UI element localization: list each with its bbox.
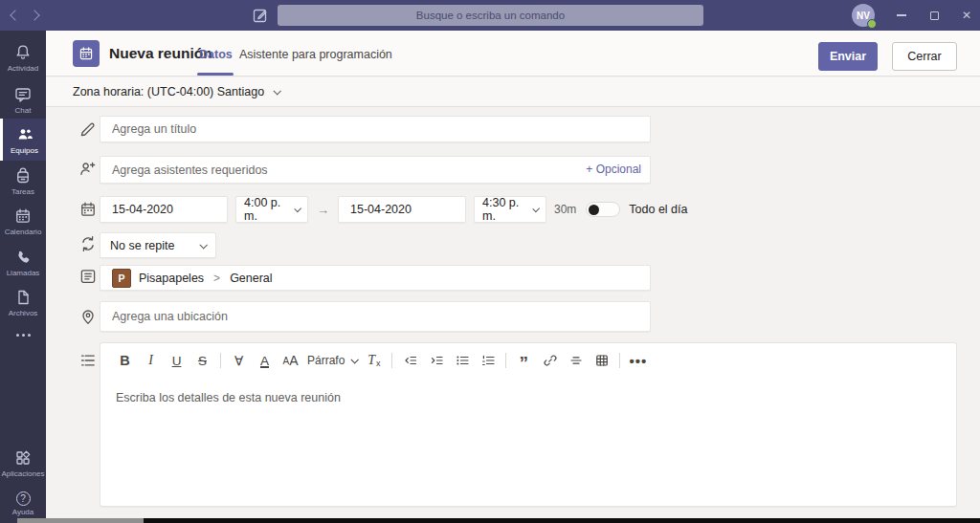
phone-icon: [13, 248, 33, 267]
channel-name: General: [230, 272, 272, 285]
outdent-button[interactable]: [397, 347, 423, 374]
start-date-field[interactable]: 15-04-2020: [100, 196, 228, 223]
avatar[interactable]: NV: [852, 4, 875, 27]
meeting-calendar-icon: [73, 40, 100, 67]
team-name: Pisapapeles: [139, 272, 204, 285]
indent-button[interactable]: [423, 347, 449, 374]
quote-button[interactable]: ”: [511, 347, 537, 374]
sidebar-item-archivos[interactable]: Archivos: [0, 281, 46, 323]
team-avatar: P: [112, 269, 131, 288]
sidebar-item-label: Archivos: [9, 309, 38, 317]
sidebar-item-tareas[interactable]: Tareas: [0, 160, 46, 202]
close-button[interactable]: Cerrar: [892, 42, 957, 71]
toolbar-divider: [391, 353, 392, 368]
chevron-down-icon: [294, 205, 301, 212]
insert-table-button[interactable]: [589, 347, 614, 374]
sidebar-item-label: Calendario: [5, 228, 42, 236]
sidebar-item-llamadas[interactable]: Llamadas: [0, 241, 46, 283]
channel-field[interactable]: P Pisapapeles > General: [100, 265, 651, 291]
toolbar-divider: [619, 353, 620, 368]
horizontal-rule-icon: [568, 353, 584, 368]
apps-icon: [13, 448, 33, 468]
meeting-header: Nueva reunión Datos Asistente para progr…: [46, 31, 980, 76]
forward-icon[interactable]: [29, 10, 39, 20]
end-time-value: 4:30 p. m.: [482, 196, 523, 223]
sidebar-item-aplicaciones[interactable]: Aplicaciones: [0, 442, 46, 484]
channel-icon: [78, 267, 98, 286]
new-chat-icon[interactable]: [251, 6, 270, 29]
back-icon[interactable]: [10, 10, 20, 20]
all-day-toggle[interactable]: [586, 202, 620, 217]
minimize-button[interactable]: [888, 0, 915, 31]
underline-button[interactable]: U: [164, 347, 189, 374]
teams-icon: [15, 125, 34, 144]
sidebar-item-equipos[interactable]: Equipos: [0, 119, 46, 161]
indent-icon: [429, 353, 444, 368]
end-date-field[interactable]: 15-04-2020: [338, 196, 466, 223]
page-title: Nueva reunión: [109, 45, 212, 62]
bullet-list-button[interactable]: [449, 347, 475, 374]
link-icon: [543, 353, 558, 368]
clear-format-button[interactable]: Tx: [361, 347, 387, 374]
strikethrough-button[interactable]: S: [189, 347, 215, 374]
sidebar-item-label: Ayuda: [12, 508, 34, 516]
sidebar-item-label: Aplicaciones: [2, 469, 45, 478]
sidebar-item-label: Llamadas: [7, 269, 40, 277]
files-icon: [13, 288, 33, 307]
add-optional-attendees-link[interactable]: + Opcional: [586, 163, 641, 176]
sidebar-item-more[interactable]: [0, 323, 46, 346]
start-time-dropdown[interactable]: 4:00 p. m.: [235, 196, 308, 223]
more-formatting-button[interactable]: •••: [625, 347, 651, 374]
details-editor[interactable]: B I U S ∀ A AA Párrafo Tx: [100, 342, 957, 507]
main-panel: Nueva reunión Datos Asistente para progr…: [46, 31, 980, 518]
attendees-input[interactable]: [100, 156, 651, 184]
chevron-down-icon: [351, 356, 359, 363]
end-date-value: 15-04-2020: [350, 203, 412, 216]
sidebar-item-ayuda[interactable]: ? Ayuda: [0, 483, 46, 523]
highlight-icon[interactable]: ∀: [226, 347, 252, 374]
repeat-value: No se repite: [110, 239, 174, 252]
toolbar-divider: [220, 353, 221, 368]
repeat-dropdown[interactable]: No se repite: [100, 232, 216, 258]
chevron-down-icon: [199, 241, 207, 249]
horizontal-scrollbar: [0, 518, 980, 523]
duration-label: 30m: [554, 203, 576, 216]
chevron-right-icon: >: [213, 272, 220, 285]
location-input[interactable]: [100, 301, 651, 332]
outdent-icon: [403, 353, 418, 368]
tab-datos[interactable]: Datos: [199, 48, 233, 61]
add-person-icon: [78, 160, 98, 179]
chevron-down-icon: [274, 87, 281, 95]
sidebar-item-actividad[interactable]: Actividad: [0, 36, 46, 78]
tab-asistente[interactable]: Asistente para programación: [239, 48, 392, 61]
link-button[interactable]: [537, 347, 563, 374]
font-size-button[interactable]: AA: [278, 347, 303, 374]
send-button[interactable]: Enviar: [818, 42, 878, 71]
close-window-button[interactable]: ✕: [953, 0, 980, 31]
toggle-knob: [589, 205, 599, 215]
font-color-button[interactable]: A: [252, 347, 278, 374]
numbered-list-button[interactable]: [475, 347, 501, 374]
title-input[interactable]: [100, 116, 651, 142]
scrollbar-thumb[interactable]: [17, 518, 144, 523]
bold-button[interactable]: B: [112, 347, 138, 374]
timezone-selector[interactable]: Zona horaria: (UTC-04:00) Santiago: [46, 77, 980, 107]
calendar-icon: [13, 207, 33, 226]
paragraph-dropdown[interactable]: Párrafo: [303, 347, 361, 374]
location-pin-icon: [78, 307, 98, 326]
end-time-dropdown[interactable]: 4:30 p. m.: [474, 196, 546, 223]
scrollbar-track[interactable]: [17, 518, 980, 523]
maximize-button[interactable]: [921, 0, 947, 31]
sidebar-item-label: Actividad: [8, 64, 38, 73]
bullet-list-icon: [455, 353, 470, 368]
horizontal-rule-button[interactable]: [563, 347, 589, 374]
minimize-icon: [897, 14, 906, 15]
italic-button[interactable]: I: [138, 347, 164, 374]
search-input[interactable]: [278, 5, 703, 26]
details-icon: [78, 351, 98, 370]
sidebar-item-calendario[interactable]: Calendario: [0, 200, 46, 242]
status-available-icon: [867, 19, 877, 29]
more-icon: [16, 334, 31, 337]
table-icon: [594, 353, 610, 368]
sidebar-item-chat[interactable]: Chat: [0, 78, 46, 120]
